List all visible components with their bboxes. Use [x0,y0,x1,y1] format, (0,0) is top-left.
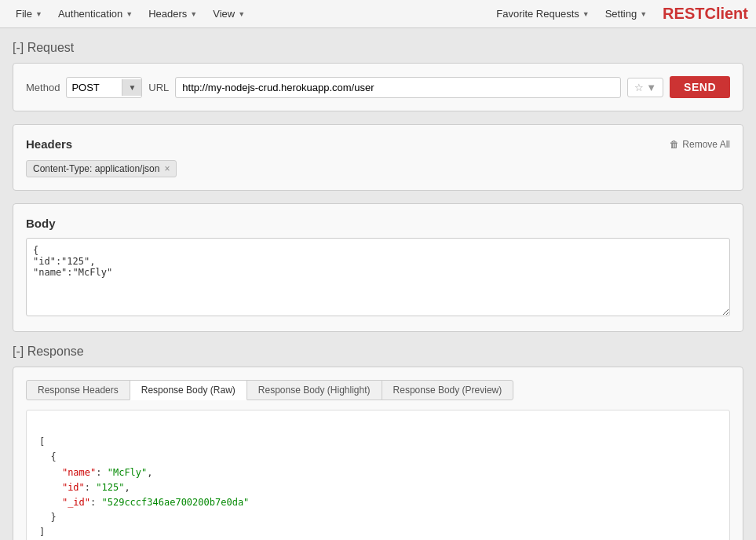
menubar: File ▼ Authentication ▼ Headers ▼ View ▼… [0,0,756,28]
fav-dropdown-icon: ▼ [646,82,656,93]
request-panel: Method POST GET PUT DELETE ▼ URL ☆ ▼ SEN… [13,63,743,111]
tab-response-body-preview[interactable]: Response Body (Preview) [382,380,514,400]
request-section-header: [-] Request [13,41,743,55]
tab-response-body-highlight[interactable]: Response Body (Highlight) [247,380,382,400]
headers-title-row: Headers 🗑 Remove All [26,137,730,151]
content-type-tag: Content-Type: application/json × [26,160,177,177]
menu-setting[interactable]: Setting ▼ [597,0,655,28]
headers-chevron-icon: ▼ [190,10,197,18]
setting-chevron-icon: ▼ [640,10,647,18]
method-url-row: Method POST GET PUT DELETE ▼ URL ☆ ▼ SEN… [26,76,730,98]
url-label: URL [148,82,169,93]
app-title: RESTClient [655,5,748,23]
main-content: [-] Request Method POST GET PUT DELETE ▼… [0,28,756,540]
view-chevron-icon: ▼ [238,10,245,18]
headers-title: Headers [26,137,72,151]
menu-view[interactable]: View ▼ [205,0,253,28]
star-icon: ☆ [634,82,644,93]
method-dropdown-button[interactable]: ▼ [122,79,141,96]
method-select-wrapper: POST GET PUT DELETE ▼ [66,77,142,98]
tab-response-body-raw[interactable]: Response Body (Raw) [130,380,247,400]
response-tabs: Response Headers Response Body (Raw) Res… [26,380,730,400]
menu-file[interactable]: File ▼ [8,0,50,28]
body-textarea[interactable] [26,238,730,316]
body-title: Body [26,217,730,230]
menu-favorite-requests[interactable]: Favorite Requests ▼ [488,0,597,28]
remove-all-button[interactable]: 🗑 Remove All [670,139,730,150]
tab-response-headers[interactable]: Response Headers [26,380,130,400]
trash-icon: 🗑 [670,139,679,150]
menu-authentication[interactable]: Authentication ▼ [50,0,141,28]
response-section-header: [-] Response [13,345,743,359]
file-chevron-icon: ▼ [35,10,42,18]
auth-chevron-icon: ▼ [126,10,133,18]
method-label: Method [26,82,60,93]
response-body-content: [ { "name": "McFly", "id": "125", "_id":… [26,410,730,540]
response-panel: Response Headers Response Body (Raw) Res… [13,367,743,540]
headers-panel: Headers 🗑 Remove All Content-Type: appli… [13,124,743,191]
favorite-url-button[interactable]: ☆ ▼ [627,78,663,97]
fav-chevron-icon: ▼ [583,10,590,18]
remove-content-type-button[interactable]: × [164,163,170,174]
url-input[interactable] [175,77,621,98]
menu-headers[interactable]: Headers ▼ [141,0,205,28]
send-button[interactable]: SEND [670,76,730,98]
body-panel: Body [13,203,743,332]
method-select[interactable]: POST GET PUT DELETE [67,78,122,97]
